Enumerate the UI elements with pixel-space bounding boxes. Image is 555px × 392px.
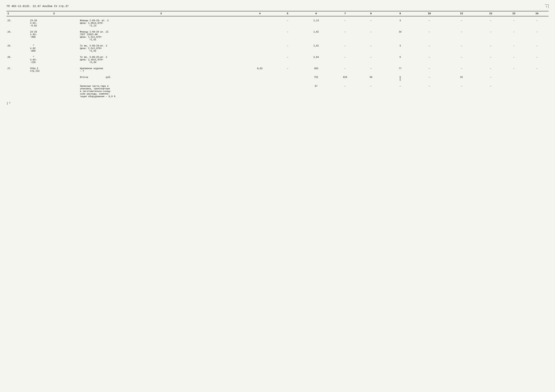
row-col9: 34	[386, 28, 415, 42]
row-col4: 0,02	[243, 64, 277, 73]
row-number: 26.	[7, 53, 29, 64]
row-col7: –	[334, 53, 356, 64]
row-col14: –	[525, 28, 548, 42]
row-col9: 5I	[386, 73, 415, 82]
row-col7: –	[334, 16, 356, 28]
row-col14: –	[525, 16, 548, 28]
itogo-label: Итогоа руб.	[79, 73, 243, 82]
col-header-6: 6	[298, 11, 334, 16]
row-col14: –	[525, 64, 548, 73]
row-col6: I,6I	[298, 42, 334, 53]
row-col4	[243, 28, 277, 42]
row-col13: –	[502, 16, 526, 28]
row-col4	[243, 82, 277, 98]
row-col5: –	[277, 42, 298, 53]
col-header-5: 5	[277, 11, 298, 16]
row-col4	[243, 73, 277, 82]
zapas-row: Запасные части,тара иупаковка, транспорт…	[7, 82, 548, 98]
main-table: I 2 3 4 5 6 7 8 9 IO II I2 I3 I4 23. 23-…	[7, 11, 548, 98]
row-col5	[277, 73, 298, 82]
col-header-2: 2	[29, 11, 79, 16]
row-col8: 50	[356, 73, 386, 82]
col-header-12: I2	[479, 11, 502, 16]
row-col6: 2,64	[298, 53, 334, 64]
row-col8: –	[356, 53, 386, 64]
column-header-row: I 2 3 4 5 6 7 8 9 IO II I2 I3 I4	[7, 11, 548, 16]
row-col10: –	[415, 53, 444, 64]
row-col10: –	[415, 42, 444, 53]
row-col10: –	[415, 82, 444, 98]
itogo-row: Итогоа руб. 75I 629 50 5I – 9I –	[7, 73, 548, 82]
row-col9: 77	[386, 64, 415, 73]
row-col14: –	[525, 53, 548, 64]
page-header: ТП 402-11-013С. 22.87 Альбом IV стр.37 ┐	[7, 5, 548, 8]
row-col14: –	[525, 42, 548, 53]
row-col9: 5	[386, 53, 415, 64]
row-col12: –	[479, 28, 502, 42]
row-col5: –	[277, 53, 298, 64]
row-col13: –	[502, 42, 526, 53]
col-header-10: IO	[415, 11, 444, 16]
col-header-14: I4	[525, 11, 548, 16]
row-col11: 9I	[444, 73, 479, 82]
col-header-11: II	[444, 11, 479, 16]
row-col6: 383	[298, 64, 334, 73]
row-desc: Фланцы I–50–I6 шт. 2IГОСТ I282I–80Цена: …	[79, 28, 243, 42]
row-col4	[243, 42, 277, 53]
table-row: 23. 23-IOп.OI–-0.82 Фланцы I–50–I6– шт. …	[7, 16, 548, 28]
row-desc: То же, 2–50–I6–шт. 2Цена: I,5xI,079= =I,…	[79, 42, 243, 53]
row-desc: Крепженне изделия– T	[79, 64, 243, 73]
row-col6: I,6I	[298, 28, 334, 42]
row-col5: –	[277, 16, 298, 28]
page-title: ТП 402-11-013С. 22.87 Альбом IV стр.37	[7, 5, 69, 8]
row-col10: –	[415, 16, 444, 28]
row-col9: 3	[386, 16, 415, 28]
row-col13	[502, 82, 526, 98]
row-col8: –	[356, 28, 386, 42]
table-row: 26. "п.02–-I26 То же, 5–80–25–шт. 2Цена:…	[7, 53, 548, 64]
col-header-1: I	[7, 11, 29, 16]
row-col10: –	[415, 73, 444, 82]
row-col13: –	[502, 28, 526, 42]
col-header-3: 3	[79, 11, 243, 16]
row-number: 24.	[7, 28, 29, 42]
row-col4	[243, 53, 277, 64]
row-col7: –	[334, 82, 356, 98]
left-arrow-mark: |	[7, 102, 8, 105]
row-col10: –	[415, 64, 444, 73]
row-col5	[277, 82, 298, 98]
row-col13: –	[502, 53, 526, 64]
row-col7: –	[334, 28, 356, 42]
row-col5: –	[277, 28, 298, 42]
row-number: 25.	[7, 42, 29, 53]
row-col14	[525, 73, 548, 82]
row-col8: –	[356, 16, 386, 28]
row-col8: –	[356, 42, 386, 53]
bottom-tick: ┼	[9, 102, 10, 104]
row-col13	[502, 73, 526, 82]
row-ref	[29, 82, 79, 98]
col-header-13: I3	[502, 11, 526, 16]
row-col11: –	[444, 16, 479, 28]
row-col12: –	[479, 73, 502, 82]
row-ref: ССЦч.Iстр.I22	[29, 64, 79, 73]
row-col8: –	[356, 64, 386, 73]
row-col12: –	[479, 53, 502, 64]
row-ref: "п.02-099	[29, 42, 79, 53]
col-header-8: 8	[356, 11, 386, 16]
row-col6: 67	[298, 82, 334, 98]
row-number: 27.	[7, 64, 29, 73]
row-number	[7, 82, 29, 98]
row-col7: –	[334, 42, 356, 53]
row-col7: –	[334, 64, 356, 73]
row-col12: –	[479, 16, 502, 28]
row-number: 23.	[7, 16, 29, 28]
table-row: 24. 23-IOп.02–-099 Фланцы I–50–I6 шт. 2I…	[7, 28, 548, 42]
row-col4	[243, 16, 277, 28]
row-number	[7, 73, 29, 82]
row-col13: –	[502, 64, 526, 73]
row-ref: "п.02–-I26	[29, 53, 79, 64]
table-row: 27. ССЦч.Iстр.I22 Крепженне изделия– T 0…	[7, 64, 548, 73]
row-col12: –	[479, 64, 502, 73]
row-col6: 75I	[298, 73, 334, 82]
